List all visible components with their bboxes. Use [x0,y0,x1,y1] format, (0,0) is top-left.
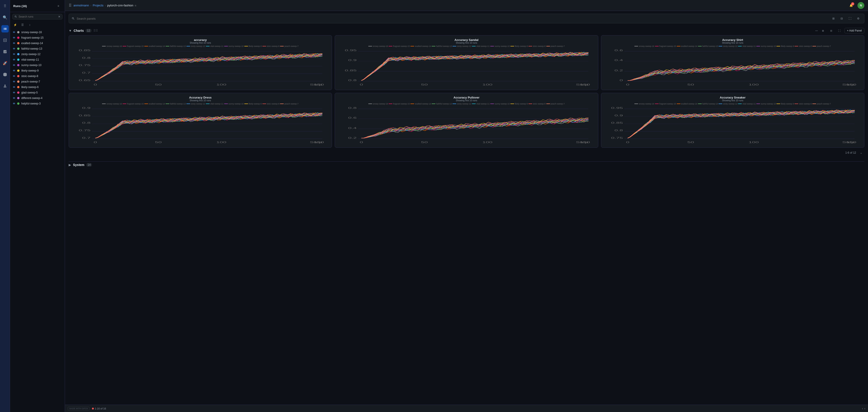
breadcrumb-projects[interactable]: Projects [93,4,103,7]
run-item[interactable]: 👁 helpful-sweep-3 [10,101,65,106]
chart-card[interactable]: Accuracy Shirt Showing first 10 runs sno… [601,35,864,90]
rocket-icon[interactable]: 🚀 [1,59,9,67]
run-visibility-icon[interactable]: 👁 [13,86,15,89]
run-name-label: stoic-sweep-8 [21,74,38,78]
run-item[interactable]: 👁 likely-sweep-6 [10,84,65,90]
run-visibility-icon[interactable]: 👁 [13,58,15,61]
charts-section-header[interactable]: ▼ Charts 12 ⠿⠿ ••• ⊞ ⊟ ⛶ + Add Panel [69,26,864,35]
run-visibility-icon[interactable]: 👁 [13,36,15,39]
sidebar-header: Runs (16) ≡ [10,0,65,12]
add-panel-button[interactable]: + Add Panel [844,28,864,33]
table-icon[interactable] [1,37,9,44]
expand-section-icon[interactable]: ⌄ [858,150,864,156]
legend-item: zesty-sweep-12 [186,45,205,47]
run-visibility-icon[interactable]: 👁 [13,91,15,94]
run-item[interactable]: 👁 fragrant-sweep-15 [10,35,65,40]
sidebar-view-toggle[interactable]: ≡ [55,3,62,9]
legend-item: snowy-sweep-16 [368,103,388,105]
run-item[interactable]: 👁 vital-sweep-11 [10,57,65,62]
run-item[interactable]: 👁 sunny-sweep-10 [10,62,65,68]
more-icon[interactable]: ••• [815,29,818,32]
run-visibility-icon[interactable]: 👁 [13,69,15,72]
run-visibility-icon[interactable]: 👁 [13,97,15,99]
legend-item: likely-sweep-9 [244,103,262,105]
svg-text:0: 0 [360,141,363,144]
prev-page-arrow[interactable]: ‹ [862,407,863,410]
chart-card[interactable]: Accuracy Dress Showing first 10 runs sno… [69,93,332,148]
sidebar-search[interactable]: ✕ [12,14,62,20]
run-list: 👁 snowy-sweep-16 👁 fragrant-sweep-15 👁 e… [10,30,65,412]
run-name-label: sunny-sweep-10 [21,64,41,67]
run-visibility-icon[interactable]: 👁 [13,102,15,105]
run-visibility-icon[interactable]: 👁 [13,53,15,56]
chart-subtitle: Showing first 10 runs [338,42,595,44]
svg-text:0.9: 0.9 [82,106,91,109]
system-section-header[interactable]: ▶ System 14 [69,161,864,168]
run-item[interactable]: 👁 different-sweep-4 [10,95,65,101]
section-expand-icon[interactable]: ⛶ [836,27,843,34]
svg-text:0.9: 0.9 [348,59,357,62]
expand-icon[interactable]: ⛶ [847,15,853,22]
db-icon[interactable] [1,71,9,78]
chart-y-icon[interactable]: ⊟ [838,15,845,22]
run-item[interactable]: 👁 faithful-sweep-13 [10,46,65,52]
run-visibility-icon[interactable]: 👁 [13,80,15,83]
run-item[interactable]: 👁 exalted-sweep-14 [10,40,65,46]
run-visibility-icon[interactable]: 👁 [13,31,15,34]
svg-text:0: 0 [94,141,97,144]
chart-x-icon[interactable]: ⊞ [830,15,837,22]
settings-icon[interactable]: ⚙ [855,15,861,22]
chart-card[interactable]: Accuracy Sneaker Showing first 10 runs s… [601,93,864,148]
run-visibility-icon[interactable]: 👁 [13,47,15,50]
chart-card[interactable]: accuracy Showing first 10 runs snowy-swe… [69,35,332,90]
svg-text:Step: Step [310,83,322,86]
clear-search-icon[interactable]: ✕ [58,15,60,18]
drag-handle[interactable]: ⠿⠿ [93,29,98,32]
runs-icon[interactable] [1,25,9,32]
run-color-dot [17,47,20,50]
legend-item: sunny-sweep-10 [756,45,776,47]
external-link-icon[interactable]: ⎋ [135,4,136,7]
legend-item: sunny-sweep-10 [756,103,776,105]
run-visibility-icon[interactable]: 👁 [13,42,15,44]
chart-subtitle: Showing first 10 runs [338,99,595,102]
run-visibility-icon[interactable]: 👁 [13,64,15,66]
run-item[interactable]: 👁 peach-sweep-7 [10,79,65,84]
run-item[interactable]: 👁 stoic-sweep-8 [10,73,65,79]
run-visibility-icon[interactable]: 👁 [13,75,15,77]
run-item[interactable]: 👁 zesty-sweep-12 [10,52,65,57]
chart-svg: 0.65 0.7 0.75 0.8 0.85 0 50 100 150 St [72,48,329,87]
panel-search-input[interactable] [76,17,829,20]
columns-icon[interactable]: ☰ [20,22,25,28]
chart-svg: 0.8 0.85 0.9 0.95 0 50 100 150 Step [338,48,595,87]
filter-icon[interactable]: ⚡ [12,22,18,28]
section-chart-x-icon[interactable]: ⊞ [820,27,826,34]
legend-item: likely-sweep-9 [510,103,528,105]
section-chart-y-icon[interactable]: ⊟ [828,27,834,34]
grid-icon[interactable]: ⠿ [1,2,9,10]
chart-card[interactable]: Accuracy Pullover Showing first 10 runs … [335,93,598,148]
svg-text:0.85: 0.85 [79,114,91,117]
person-icon[interactable] [1,82,9,90]
run-color-dot [17,75,20,77]
search-icon[interactable]: 🔍 [1,14,9,21]
next-page-arrow[interactable]: › [864,407,865,410]
run-item[interactable]: 👁 likely-sweep-9 [10,68,65,73]
sort-icon[interactable]: ↕ [27,22,32,28]
sidebar-search-input[interactable] [19,15,57,18]
run-item[interactable]: 👁 snowy-sweep-16 [10,30,65,35]
legend-item: sunny-sweep-10 [224,103,244,105]
avatar[interactable]: N [858,2,864,9]
run-item[interactable]: 👁 glad-sweep-5 [10,90,65,95]
svg-text:Step: Step [310,141,322,144]
chart-card[interactable]: Accuracy Sandal Showing first 10 runs sn… [335,35,598,90]
run-color-dot [17,37,20,39]
svg-text:0.4: 0.4 [348,126,357,129]
hamburger-icon[interactable]: ⠿ [69,3,72,8]
chart-icon[interactable] [1,48,9,55]
panel-search-icon [72,17,75,20]
pagination-label: 1-6 of 12 [845,151,856,154]
breadcrumb-user[interactable]: anmolmann [73,4,89,7]
chart-svg: 0 0.2 0.4 0.6 0 50 100 150 Step [604,48,861,87]
notifications-button[interactable]: 🔔 2 [847,2,855,9]
